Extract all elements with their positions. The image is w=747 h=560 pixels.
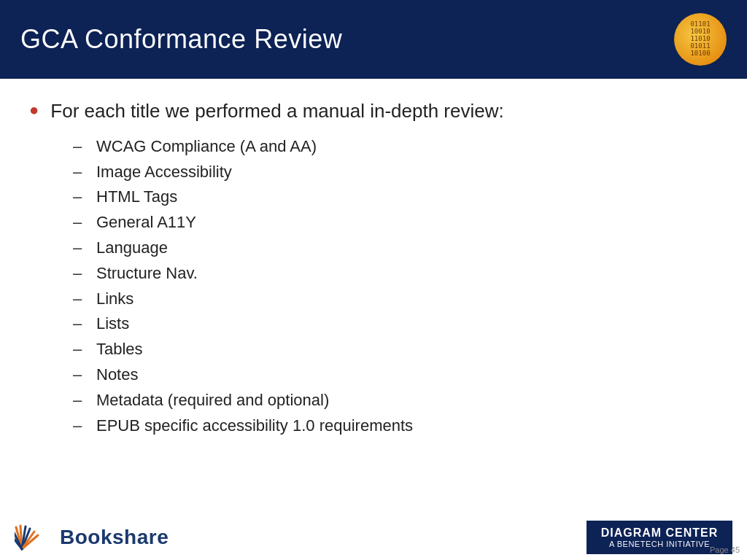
sub-item-text: Image Accessibility: [96, 161, 232, 184]
list-item: –EPUB specific accessibility 1.0 require…: [73, 415, 718, 438]
sub-item-text: EPUB specific accessibility 1.0 requirem…: [96, 415, 413, 438]
slide-content: ● For each title we performed a manual i…: [0, 79, 747, 515]
list-item: –Metadata (required and optional): [73, 389, 718, 412]
sub-item-text: Structure Nav.: [96, 262, 198, 285]
list-item: –Links: [73, 288, 718, 311]
sub-item-text: Lists: [96, 313, 129, 335]
slide-title: GCA Conformance Review: [20, 24, 342, 55]
list-item: –Language: [73, 237, 718, 260]
bullet-dot-icon: ●: [29, 101, 39, 120]
sub-dash-icon: –: [73, 340, 86, 359]
sub-item-text: General A11Y: [96, 211, 196, 234]
list-item: –HTML Tags: [73, 186, 718, 209]
sub-dash-icon: –: [73, 187, 86, 206]
sub-item-text: HTML Tags: [96, 186, 177, 209]
bookshare-icon: [15, 521, 53, 553]
sub-dash-icon: –: [73, 416, 86, 435]
main-bullet-text: For each title we performed a manual in-…: [50, 99, 503, 124]
sub-dash-icon: –: [73, 289, 86, 308]
sub-dash-icon: –: [73, 264, 86, 283]
list-item: –Structure Nav.: [73, 262, 718, 285]
slide-header: GCA Conformance Review 01101100101101001…: [0, 0, 747, 79]
sub-items-list: –WCAG Compliance (A and AA)–Image Access…: [73, 136, 718, 440]
sub-dash-icon: –: [73, 238, 86, 257]
sub-dash-icon: –: [73, 365, 86, 384]
sub-item-text: Metadata (required and optional): [96, 389, 329, 412]
list-item: –Image Accessibility: [73, 161, 718, 184]
sub-dash-icon: –: [73, 163, 86, 182]
page-number: Page 45: [710, 545, 740, 554]
main-bullet-item: ● For each title we performed a manual i…: [29, 99, 718, 124]
sub-dash-icon: –: [73, 137, 86, 156]
bookshare-logo: Bookshare: [15, 521, 169, 553]
list-item: –Lists: [73, 313, 718, 335]
diagram-center-subtitle: A BENETECH INITIATIVE: [598, 540, 721, 548]
slide: GCA Conformance Review 01101100101101001…: [0, 0, 747, 560]
sub-item-text: WCAG Compliance (A and AA): [96, 136, 317, 158]
sub-item-text: Notes: [96, 364, 138, 386]
list-item: –General A11Y: [73, 211, 718, 234]
sub-dash-icon: –: [73, 213, 86, 232]
list-item: –Tables: [73, 338, 718, 361]
slide-footer: Bookshare DIAGRAM CENTER A BENETECH INIT…: [0, 515, 747, 560]
sub-item-text: Links: [96, 288, 133, 311]
logo-icon: 0110110010110100101110100: [674, 13, 727, 66]
list-item: –WCAG Compliance (A and AA): [73, 136, 718, 158]
sub-item-text: Language: [96, 237, 168, 260]
sub-item-text: Tables: [96, 338, 143, 361]
sub-dash-icon: –: [73, 314, 86, 333]
sub-dash-icon: –: [73, 391, 86, 410]
diagram-center-title: DIAGRAM CENTER: [598, 526, 721, 540]
bookshare-name: Bookshare: [60, 526, 169, 549]
list-item: –Notes: [73, 364, 718, 386]
